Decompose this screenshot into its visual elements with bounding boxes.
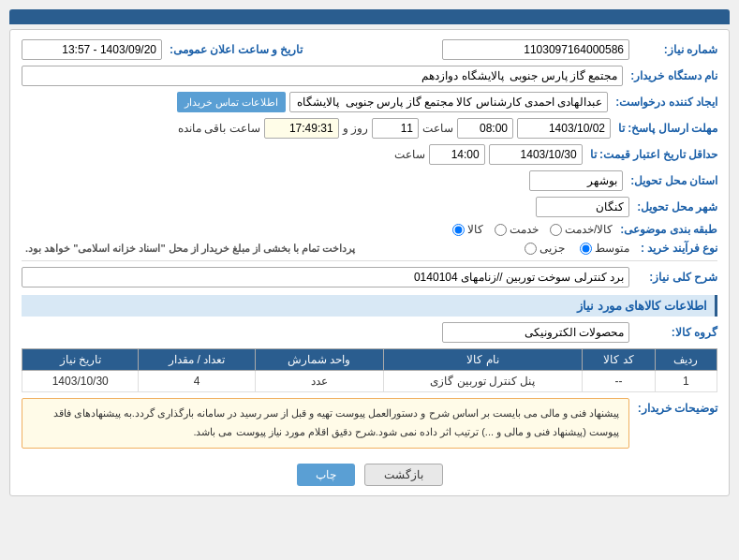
ijad-konande-label: ایجاد کننده درخواست: <box>612 96 717 109</box>
chap-button[interactable]: چاپ <box>297 464 355 486</box>
table-row: 1--پنل کنترل توربین گازیعدد41403/10/30 <box>22 371 717 392</box>
nam-dastgah-label: نام دستگاه خریدار: <box>627 69 717 82</box>
saat-label: ساعت <box>422 122 453 135</box>
th-nam-kala: نام کالا <box>383 349 583 371</box>
mohlat-date-input[interactable] <box>517 118 611 139</box>
etelaat-tamas-btn[interactable]: اطلاعات تماس خریدار <box>177 92 286 112</box>
th-kod-kala: کد کالا <box>583 349 655 371</box>
kala-table-section: ردیف کد کالا نام کالا واحد شمارش تعداد /… <box>22 348 717 392</box>
tarikh-label: تاریخ و ساعت اعلان عمومی: <box>166 43 303 56</box>
kala-section-title: اطلاعات کالاهای مورد نیاز <box>22 295 717 317</box>
radio-kala-khadamat[interactable] <box>550 224 562 236</box>
mohlat-rooz-input[interactable] <box>372 118 419 139</box>
purchase-type-group: جزیی متوسط <box>525 242 629 255</box>
grohe-kala-input[interactable] <box>442 322 629 343</box>
noe-label: نوع فرآیند خرید : <box>633 242 717 255</box>
row-shahr: شهر محل تحویل: <box>22 197 717 217</box>
page-header <box>9 9 730 24</box>
table-cell: پنل کنترل توربین گازی <box>383 371 583 392</box>
mohlat-saat-input[interactable] <box>457 118 513 139</box>
radio-kala-khadamat-label: کالا/خدمت <box>565 223 613 236</box>
radio-kala-label: کالا <box>467 223 483 236</box>
ijad-konande-input[interactable] <box>289 92 608 112</box>
tozihat-box: پیشنهاد فنی و مالی می بایست بر اساس شرح … <box>22 398 629 449</box>
haddaksar-saat-input[interactable] <box>429 144 485 165</box>
radio-khadamat-item: خدمت <box>495 223 539 236</box>
th-radif: ردیف <box>655 349 717 371</box>
tabaqe-radio-group: کالا خدمت کالا/خدمت <box>452 223 613 236</box>
table-cell: 4 <box>139 371 255 392</box>
row-tabaqe: طبقه بندی موضوعی: کالا خدمت کالا/خدمت <box>22 223 717 236</box>
mohlat-label: مهلت ارسال پاسخ: تا <box>614 122 717 135</box>
table-cell: عدد <box>255 371 383 392</box>
row-tozihat: توضیحات خریدار: پیشنهاد فنی و مالی می با… <box>22 398 717 454</box>
row-ostan: استان محل تحویل: <box>22 170 717 191</box>
row-shomare-tarikh: شماره نیاز: تاریخ و ساعت اعلان عمومی: <box>22 39 717 60</box>
th-tedad: تعداد / مقدار <box>139 349 255 371</box>
table-cell: 1403/10/30 <box>22 371 139 392</box>
haddaksar-label: حداقل تاریخ اعتبار قیمت: تا <box>586 148 717 161</box>
row-haddaksar: حداقل تاریخ اعتبار قیمت: تا ساعت <box>22 144 717 165</box>
radio-jozii[interactable] <box>525 243 537 255</box>
tozihat-label: توضیحات خریدار: <box>633 402 717 415</box>
sharh-kolli-label: شرح کلی نیاز: <box>633 271 717 284</box>
radio-khadamat[interactable] <box>495 224 507 236</box>
table-cell: 1 <box>655 371 717 392</box>
grohe-kala-label: گروه کالا: <box>633 326 717 339</box>
radio-motevaset-item: متوسط <box>580 242 629 255</box>
row-nam-dastgah: نام دستگاه خریدار: <box>22 66 717 86</box>
shahr-input[interactable] <box>536 197 629 217</box>
radio-motevaset-label: متوسط <box>595 242 629 255</box>
tabaqe-label: طبقه بندی موضوعی: <box>616 223 717 236</box>
row-grohe-kala: گروه کالا: <box>22 322 717 343</box>
baz-button[interactable]: بازگشت <box>364 464 443 486</box>
radio-kala-khadamat-item: کالا/خدمت <box>550 223 613 236</box>
tarikh-input[interactable] <box>22 39 162 60</box>
radio-khadamat-label: خدمت <box>510 223 539 236</box>
row-mohlat: مهلت ارسال پاسخ: تا ساعت روز و ساعت باقی… <box>22 118 717 139</box>
table-cell: -- <box>583 371 655 392</box>
row-sharh-kolli: شرح کلی نیاز: <box>22 267 717 287</box>
kala-table: ردیف کد کالا نام کالا واحد شمارش تعداد /… <box>22 348 717 392</box>
haddaksar-saat-label: ساعت <box>394 148 425 161</box>
th-tarikh: تاریخ نیاز <box>22 349 139 371</box>
row-ijad-konande: ایجاد کننده درخواست: اطلاعات تماس خریدار <box>22 92 717 112</box>
sharh-kolli-input[interactable] <box>22 267 629 287</box>
shomare-niaz-label: شماره نیاز: <box>633 43 717 56</box>
shomare-niaz-input[interactable] <box>442 39 629 60</box>
radio-kala[interactable] <box>452 224 465 236</box>
th-vahad: واحد شمارش <box>255 349 383 371</box>
ostan-label: استان محل تحویل: <box>627 174 717 187</box>
radio-jozii-item: جزیی <box>525 242 565 255</box>
ostan-input[interactable] <box>529 170 623 191</box>
haddaksar-date-input[interactable] <box>489 144 583 165</box>
row-noe-farayand: نوع فرآیند خرید : جزیی متوسط پرداخت تمام… <box>22 242 717 255</box>
radio-motevaset[interactable] <box>580 243 592 255</box>
nam-dastgah-input[interactable] <box>22 66 623 86</box>
shahr-label: شهر محل تحویل: <box>633 200 717 214</box>
rooz-label: روز و <box>343 122 368 135</box>
table-header-row: ردیف کد کالا نام کالا واحد شمارش تعداد /… <box>22 349 717 371</box>
payment-note: پرداخت تمام با بخشی از مبلغ خریدار از مح… <box>22 243 355 255</box>
radio-kala-item: کالا <box>452 223 483 236</box>
bottom-btns: بازگشت چاپ <box>22 464 717 486</box>
baqi-label: ساعت باقی مانده <box>178 122 260 135</box>
mohlat-baqi-input[interactable] <box>264 118 339 139</box>
radio-jozii-label: جزیی <box>539 242 565 255</box>
